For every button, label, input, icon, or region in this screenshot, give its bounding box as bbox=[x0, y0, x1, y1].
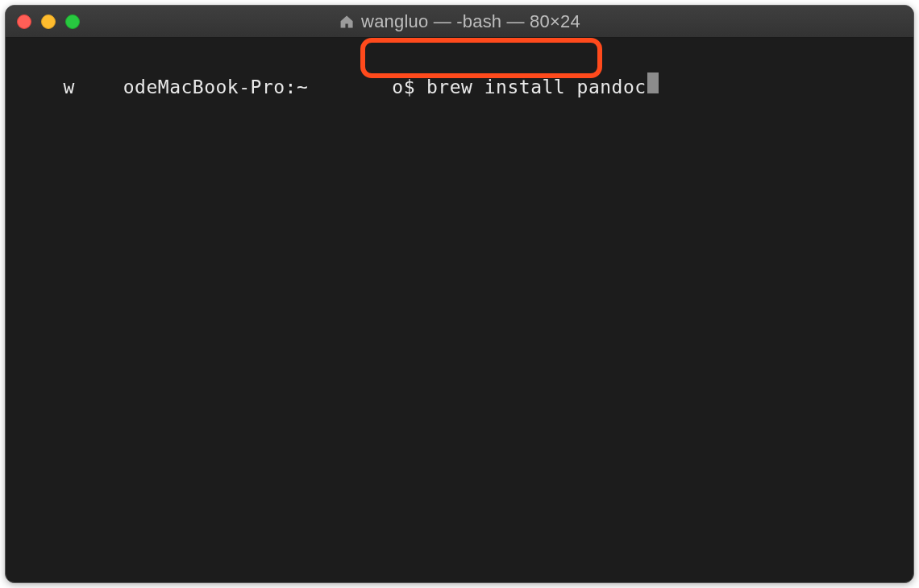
maximize-button[interactable] bbox=[65, 14, 80, 29]
redacted-block bbox=[80, 76, 119, 93]
prompt-segment-c: o$ bbox=[392, 75, 415, 100]
terminal-window: wangluo — -bash — 80×24 w odeMacBook-Pro… bbox=[5, 5, 914, 583]
window-title: wangluo — -bash — 80×24 bbox=[361, 11, 580, 32]
prompt-segment-a: w bbox=[63, 75, 74, 100]
home-icon bbox=[339, 14, 355, 30]
prompt-line: w odeMacBook-Pro:~ o$ brew install pando… bbox=[63, 72, 658, 100]
redacted-block bbox=[368, 76, 387, 93]
redacted-block bbox=[313, 76, 358, 93]
minimize-button[interactable] bbox=[41, 14, 56, 29]
window-controls bbox=[6, 14, 80, 29]
command-text: brew install pandoc bbox=[426, 75, 647, 100]
terminal-body[interactable]: w odeMacBook-Pro:~ o$ brew install pando… bbox=[6, 38, 913, 184]
window-title-wrap: wangluo — -bash — 80×24 bbox=[339, 11, 580, 32]
cursor bbox=[647, 72, 659, 93]
close-button[interactable] bbox=[17, 14, 31, 29]
prompt-segment-b: odeMacBook-Pro:~ bbox=[123, 75, 309, 100]
titlebar: wangluo — -bash — 80×24 bbox=[6, 6, 913, 38]
